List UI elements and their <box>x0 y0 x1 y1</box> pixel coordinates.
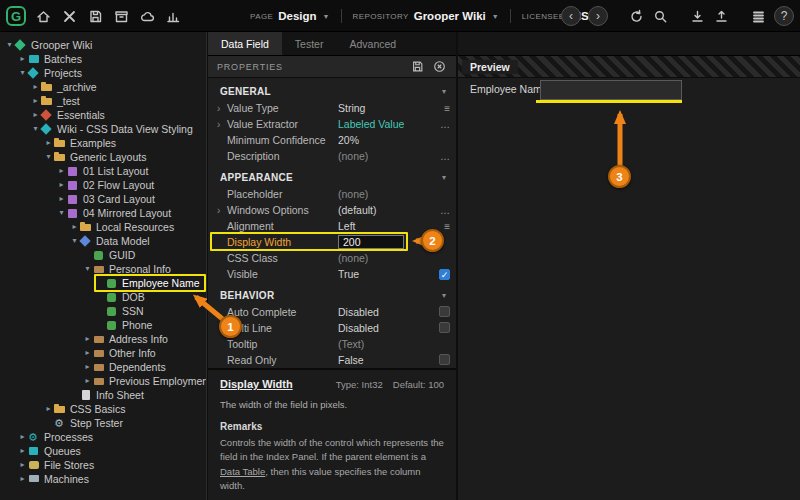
ellipsis-button[interactable]: … <box>440 151 450 162</box>
chevron-down-icon[interactable]: ▼ <box>323 13 330 20</box>
collapse-icon[interactable]: ▾ <box>43 150 54 164</box>
tab-tester[interactable]: Tester <box>282 32 337 55</box>
tree-item[interactable]: ▾Personal Info <box>0 262 206 276</box>
checkbox-checked-icon[interactable]: ✓ <box>439 269 450 280</box>
property-row[interactable]: CSS Class(none) <box>208 250 456 266</box>
cloud-upload-icon[interactable] <box>139 8 156 25</box>
page-value[interactable]: Design <box>278 10 316 22</box>
tab-advanced[interactable]: Advanced <box>336 32 409 55</box>
property-row[interactable]: Minimum Confidence20% <box>208 132 456 148</box>
property-value-cell[interactable]: 200 <box>338 235 432 249</box>
close-properties-icon[interactable] <box>432 59 447 74</box>
expand-icon[interactable]: ▸ <box>30 80 41 94</box>
expand-icon[interactable]: ▸ <box>17 52 28 66</box>
bar-chart-icon[interactable] <box>165 8 182 25</box>
expand-icon[interactable]: ▸ <box>30 94 41 108</box>
ellipsis-button[interactable]: … <box>440 205 450 216</box>
tree-item[interactable]: ▸Dependents <box>0 360 206 374</box>
employee-name-input[interactable] <box>540 80 682 100</box>
menu-icon[interactable]: ≡ <box>444 103 450 114</box>
tree-item[interactable]: ▸Machines <box>0 472 206 486</box>
property-value-cell[interactable]: True <box>338 268 432 280</box>
data-table-link[interactable]: Data Table <box>220 466 265 477</box>
tree-item[interactable]: ▸03 Card Layout <box>0 192 206 206</box>
property-row[interactable]: VisibleTrue✓ <box>208 266 456 282</box>
tree-item[interactable]: ▸_test <box>0 94 206 108</box>
tree-item[interactable]: SSN <box>0 304 206 318</box>
property-expand-icon[interactable]: › <box>217 205 227 216</box>
tree-item[interactable]: ▾Wiki - CSS Data View Styling <box>0 122 206 136</box>
grooper-logo[interactable]: G <box>6 6 26 26</box>
section-header[interactable]: BEHAVIOR▾ <box>208 286 456 304</box>
forward-button[interactable]: › <box>588 6 608 26</box>
property-value-cell[interactable]: Left <box>338 220 432 232</box>
expand-icon[interactable]: ▸ <box>43 402 54 416</box>
property-value-cell[interactable]: Disabled <box>338 306 432 318</box>
tree-item[interactable]: ▸CSS Basics <box>0 402 206 416</box>
property-row[interactable]: Read OnlyFalse <box>208 352 456 368</box>
tree-item[interactable]: ▸Essentials <box>0 108 206 122</box>
expand-icon[interactable]: ▸ <box>82 332 93 346</box>
property-value-cell[interactable]: Disabled <box>338 322 432 334</box>
tree-item[interactable]: Info Sheet <box>0 388 206 402</box>
tree-item[interactable]: ▾Generic Layouts <box>0 150 206 164</box>
tree-item[interactable]: ▸Examples <box>0 136 206 150</box>
expand-icon[interactable]: ▸ <box>69 220 80 234</box>
tree-item[interactable]: ▸Batches <box>0 52 206 66</box>
checkbox-unchecked-icon[interactable] <box>439 322 450 333</box>
property-row[interactable]: Description(none)… <box>208 148 456 164</box>
tree-item[interactable]: Step Tester <box>0 416 206 430</box>
property-row[interactable]: Tooltip(Text) <box>208 336 456 352</box>
tab-data-field[interactable]: Data Field <box>208 32 282 55</box>
property-value-cell[interactable]: (default) <box>338 204 432 216</box>
property-row[interactable]: Placeholder(none) <box>208 186 456 202</box>
upload-icon[interactable] <box>713 8 730 25</box>
home-icon[interactable] <box>35 8 52 25</box>
tree-item[interactable]: ▾Data Model <box>0 234 206 248</box>
tree-item[interactable]: ▾Projects <box>0 66 206 80</box>
expand-icon[interactable]: ▸ <box>56 192 67 206</box>
property-value-cell[interactable]: 20% <box>338 134 432 146</box>
expand-icon[interactable]: ▸ <box>17 472 28 486</box>
property-row[interactable]: ›Windows Options(default)… <box>208 202 456 218</box>
tree-item[interactable]: ▸Processes <box>0 430 206 444</box>
tree-item[interactable]: ▸Queues <box>0 444 206 458</box>
tree-item[interactable]: ▸01 List Layout <box>0 164 206 178</box>
collapse-icon[interactable]: ▾ <box>82 262 93 276</box>
save-icon[interactable] <box>87 8 104 25</box>
tree-item[interactable]: ▸Address Info <box>0 332 206 346</box>
chevron-down-icon[interactable]: ▼ <box>492 13 499 20</box>
back-button[interactable]: ‹ <box>561 6 581 26</box>
tree-item[interactable]: ▾04 Mirrored Layout <box>0 206 206 220</box>
save-properties-icon[interactable] <box>410 59 425 74</box>
expand-icon[interactable]: ▸ <box>82 374 93 388</box>
checkbox-unchecked-icon[interactable] <box>439 354 450 365</box>
property-row[interactable]: ›Value TypeString≡ <box>208 100 456 116</box>
repository-value[interactable]: Grooper Wiki <box>414 10 486 22</box>
tree-item[interactable]: GUID <box>0 248 206 262</box>
expand-icon[interactable]: ▸ <box>82 346 93 360</box>
property-row[interactable]: ›Value ExtractorLabeled Value… <box>208 116 456 132</box>
section-header[interactable]: GENERAL▾ <box>208 82 456 100</box>
archive-box-icon[interactable] <box>113 8 130 25</box>
layers-icon[interactable] <box>750 8 767 25</box>
download-icon[interactable] <box>689 8 706 25</box>
help-icon[interactable]: ? <box>774 6 794 26</box>
property-expand-icon[interactable]: › <box>217 103 227 114</box>
property-expand-icon[interactable]: › <box>217 119 227 130</box>
expand-icon[interactable]: ▸ <box>56 178 67 192</box>
tree-item[interactable]: ▸File Stores <box>0 458 206 472</box>
property-value-cell[interactable]: (Text) <box>338 338 432 350</box>
menu-icon[interactable]: ≡ <box>444 221 450 232</box>
property-value-cell[interactable]: (none) <box>338 150 432 162</box>
property-value-cell[interactable]: (none) <box>338 252 432 264</box>
expand-icon[interactable]: ▸ <box>82 360 93 374</box>
checkbox-unchecked-icon[interactable] <box>439 306 450 317</box>
tree-item[interactable]: ▸Local Resources <box>0 220 206 234</box>
tree-item[interactable]: ▾Grooper Wiki <box>0 38 206 52</box>
ellipsis-button[interactable]: … <box>440 119 450 130</box>
property-value-cell[interactable]: (none) <box>338 188 432 200</box>
expand-icon[interactable]: ▸ <box>43 136 54 150</box>
section-header[interactable]: APPEARANCE▾ <box>208 168 456 186</box>
property-value-cell[interactable]: String <box>338 102 432 114</box>
